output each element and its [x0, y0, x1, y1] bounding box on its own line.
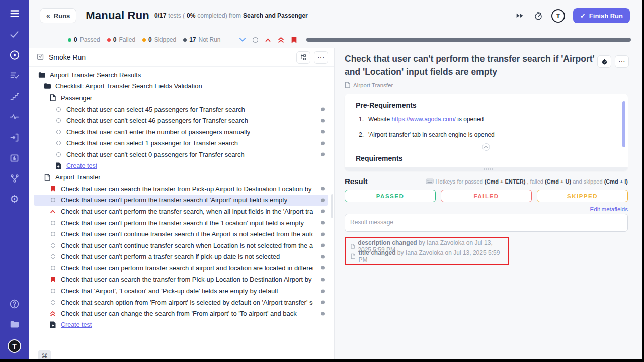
test-row[interactable]: Check that search option from 'From airp…: [29, 297, 334, 308]
not-run-status-icon: [56, 141, 61, 145]
tree-row-label: Check that user can select 1 passenger f…: [66, 139, 238, 147]
create-test-icon: [55, 162, 61, 169]
test-row[interactable]: Check that user can't perform the transf…: [29, 206, 334, 217]
folder-row[interactable]: Checklist: Airport Transfer Search Field…: [29, 81, 334, 93]
test-row[interactable]: Check that user can select 1 passenger f…: [29, 138, 334, 149]
not-run-filter-icon[interactable]: [253, 37, 258, 43]
priority-highest-icon: [50, 311, 56, 317]
skipped-button[interactable]: SKIPPED: [537, 190, 628, 202]
flag-filter-icon[interactable]: [291, 36, 297, 44]
tree-scrollbar[interactable]: [331, 194, 333, 218]
result-status-dot: [321, 312, 325, 315]
test-row[interactable]: Check that user can't select 0 passenger…: [29, 149, 334, 160]
legend-failed: 0Failed: [107, 36, 135, 43]
import-icon[interactable]: [9, 132, 20, 143]
legend-skipped: 0Skipped: [142, 36, 176, 43]
detail-more-button[interactable]: ⋯: [615, 55, 629, 68]
not-run-status-icon: [51, 198, 55, 202]
folder-icon: [38, 72, 45, 78]
tree-row-label: Create test: [61, 321, 92, 328]
reports-icon[interactable]: [9, 152, 20, 163]
test-title[interactable]: Check that user can't perform the transf…: [345, 52, 611, 78]
test-row[interactable]: Check that user can't perform the transf…: [29, 195, 334, 206]
help-icon[interactable]: [9, 298, 20, 309]
test-runs-icon[interactable]: [9, 49, 20, 60]
create-test-icon: [50, 321, 56, 328]
fast-forward-icon[interactable]: [515, 11, 525, 21]
create-test-link[interactable]: Create test: [29, 319, 334, 331]
test-row[interactable]: Check that user can search the transfer …: [29, 183, 334, 195]
doc-row[interactable]: Passenger: [29, 92, 334, 104]
time-tracking-button[interactable]: [597, 55, 611, 68]
test-row[interactable]: Check that user can't enter the number o…: [29, 126, 334, 138]
tree-row-label: Check that user can change the search fr…: [61, 310, 297, 317]
section-divider: [356, 147, 616, 147]
suite-breadcrumb[interactable]: Airport Transfer: [345, 82, 628, 88]
priority-high-icon: [50, 209, 56, 214]
more-options-button[interactable]: ⋯: [314, 51, 328, 64]
settings-gear-icon[interactable]: ⚙: [9, 194, 20, 205]
not-run-status-icon: [51, 289, 55, 293]
card-scrollbar[interactable]: [622, 101, 625, 147]
chevron-down-icon[interactable]: [239, 37, 246, 42]
result-message-input[interactable]: [345, 214, 628, 232]
result-status-dot: [321, 301, 325, 304]
milestones-icon[interactable]: [9, 90, 20, 102]
progress-row: 0Passed 0Failed 0Skipped 17Not Run: [29, 31, 642, 48]
run-icon: [37, 53, 44, 62]
test-row[interactable]: Check that user can change the search fr…: [29, 308, 334, 319]
run-tests-panel: Smoke Run ⋯ Airport Transfer Search Resu…: [29, 48, 335, 359]
priority-highest-filter-icon[interactable]: [278, 37, 284, 43]
check-icon[interactable]: [9, 29, 20, 40]
tree-row-label: Check that user can search the transfer …: [61, 276, 313, 283]
test-row[interactable]: Check that user can't perform a trasfer …: [29, 251, 334, 263]
passed-dot: [68, 38, 71, 42]
create-test-link[interactable]: Create test: [29, 160, 334, 172]
tree-row-label: Airport Transfer Search Results: [50, 71, 141, 79]
change-doc-icon: [351, 243, 355, 249]
menu-icon[interactable]: [9, 8, 20, 19]
test-row[interactable]: Check that user can select 45 passengers…: [29, 104, 334, 115]
card-resize-handle[interactable]: [345, 167, 628, 171]
result-status-dot: [321, 108, 325, 111]
test-row[interactable]: Check that user can't select 46 passenge…: [29, 115, 334, 126]
timer-icon[interactable]: [533, 11, 543, 21]
folder-icon: [44, 83, 51, 89]
test-row[interactable]: Check that user can perform transfer sea…: [29, 262, 334, 274]
not-run-status-icon: [51, 232, 55, 236]
group-structure-button[interactable]: [296, 51, 310, 64]
branch-icon[interactable]: [9, 173, 20, 184]
prereq-heading: Pre-Requirements: [356, 101, 616, 109]
prereq-item: 1. Website https://www.agoda.com/ is ope…: [359, 116, 616, 123]
blocker-flag-icon: [50, 186, 56, 192]
skipped-dot: [142, 38, 146, 42]
prereq-item: 2. 'Airport transfer' tab in search engi…: [359, 131, 616, 138]
agoda-link[interactable]: https://www.agoda.com/: [391, 116, 455, 123]
back-to-runs-button[interactable]: « Runs: [40, 8, 76, 23]
test-row[interactable]: Check that user can search the transfer …: [29, 274, 334, 286]
projects-folder-icon[interactable]: [9, 319, 20, 330]
finish-run-button[interactable]: ✓ Finish Run: [573, 8, 630, 23]
folder-row[interactable]: Airport Transfer Search Results: [29, 69, 334, 81]
failed-button[interactable]: FAILED: [441, 190, 532, 202]
test-row[interactable]: Check that user can't perform the transf…: [29, 217, 334, 229]
collapse-handle-icon[interactable]: [482, 143, 490, 151]
tree-row-label: Passenger: [61, 94, 92, 102]
passed-button[interactable]: PASSED: [345, 190, 436, 202]
doc-row[interactable]: Airport Transfer: [29, 171, 334, 183]
run-stats: 0/17tests ( 0%completed) fromSearch and …: [154, 12, 308, 19]
test-row[interactable]: Check that user can't continue transfer …: [29, 228, 334, 240]
check-icon: ✓: [580, 12, 586, 20]
result-status-dot: [321, 244, 325, 247]
priority-high-filter-icon[interactable]: [265, 38, 271, 42]
workspace-avatar[interactable]: T: [8, 339, 21, 353]
activity-icon[interactable]: [9, 111, 20, 122]
change-history-annotation: description changed by Iana Zavoloka on …: [345, 237, 509, 265]
user-avatar[interactable]: T: [551, 9, 565, 23]
tree-row-label: Check that user can't continue transfer …: [61, 230, 313, 238]
edit-metafields-link[interactable]: Edit metafields: [590, 206, 628, 212]
legend-passed: 0Passed: [68, 36, 100, 43]
test-plans-icon[interactable]: [9, 70, 20, 81]
test-row[interactable]: Check that user can't continue transfer …: [29, 240, 334, 251]
test-row[interactable]: Check that 'Airport', 'Location' and 'Pi…: [29, 285, 334, 297]
